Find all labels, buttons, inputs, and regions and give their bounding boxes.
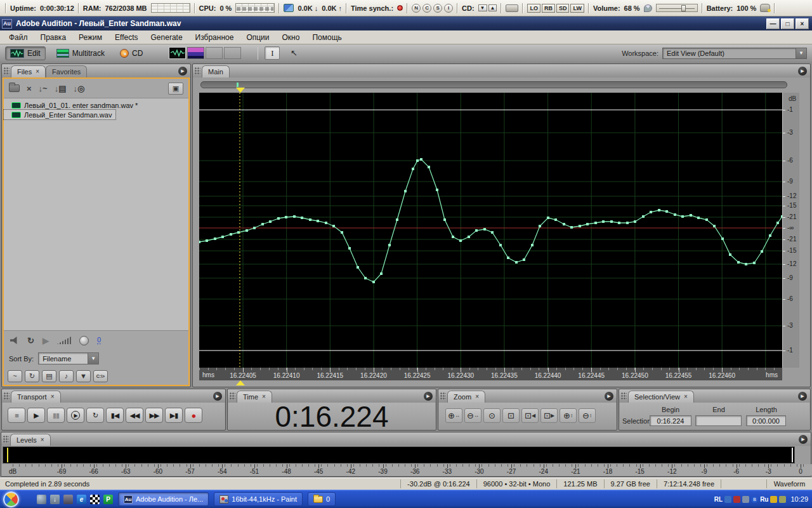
- spectral-pan-display-button[interactable]: [206, 47, 223, 59]
- tray-language-ru[interactable]: Ru: [760, 496, 768, 503]
- menu-item[interactable]: Правка: [34, 32, 73, 43]
- zoom-out-horizontally-button[interactable]: ⊖↔: [464, 408, 481, 423]
- tab-transport[interactable]: Transport ×: [11, 391, 61, 403]
- quicklaunch-device-icon[interactable]: [63, 495, 73, 504]
- advanced-options-toggle[interactable]: ▣: [168, 83, 183, 95]
- panel-grip[interactable]: [230, 392, 235, 400]
- panel-grip[interactable]: [4, 392, 10, 400]
- tab-files[interactable]: Files ×: [11, 65, 46, 77]
- panel-grip[interactable]: [195, 67, 200, 75]
- panel-menu-button[interactable]: ▶: [178, 67, 187, 76]
- zoom-in-right-edge-button[interactable]: ⊡▶: [540, 408, 558, 423]
- tray-antivirus-icon[interactable]: [733, 496, 740, 503]
- spectral-display-button[interactable]: [187, 47, 204, 59]
- multitrack-view-button[interactable]: Multitrack: [52, 46, 109, 60]
- show-midi-toggle[interactable]: ♪: [59, 370, 74, 382]
- panel-menu-button[interactable]: ▶: [213, 392, 222, 401]
- tab-main[interactable]: Main: [202, 65, 230, 77]
- playhead-marker-top[interactable]: [236, 88, 245, 93]
- playhead-marker-bottom[interactable]: [236, 380, 245, 385]
- zoom-in-left-edge-button[interactable]: ⊡◀: [521, 408, 539, 423]
- tray-network-icon[interactable]: [724, 496, 731, 503]
- record-button[interactable]: ●: [185, 408, 202, 423]
- volume-slider-thumb[interactable]: [681, 5, 686, 11]
- sync-button[interactable]: I: [444, 4, 453, 13]
- close-tab-icon[interactable]: ×: [475, 394, 479, 400]
- quicklaunch-screen-icon[interactable]: [90, 495, 100, 504]
- minimize-button[interactable]: —: [766, 18, 780, 29]
- panel-grip[interactable]: [3, 436, 9, 443]
- sync-button[interactable]: S: [433, 4, 442, 13]
- loop-play-button[interactable]: ↻: [86, 408, 104, 423]
- workspace-dropdown[interactable]: Edit View (Default) ▼: [662, 48, 807, 59]
- timeline-ruler[interactable]: hms hms 16.2240516.2241016.2241516.22420…: [199, 368, 782, 380]
- preview-volume-knob[interactable]: [79, 336, 89, 345]
- stop-button[interactable]: ■: [8, 408, 25, 423]
- tab-levels[interactable]: Levels ×: [10, 434, 51, 446]
- auto-play-icon[interactable]: [10, 337, 19, 344]
- range-bar[interactable]: [200, 81, 787, 88]
- tab-zoom[interactable]: Zoom ×: [447, 391, 485, 403]
- menu-item[interactable]: Режим: [72, 32, 108, 43]
- go-to-end-button[interactable]: ▶▮: [165, 408, 183, 423]
- selection-end-field[interactable]: [695, 415, 742, 426]
- menu-item[interactable]: Опции: [240, 32, 275, 43]
- close-tab-icon[interactable]: ×: [684, 394, 688, 400]
- cd-close-button[interactable]: ▼: [478, 4, 487, 11]
- zoom-in-vertically-button[interactable]: ⊕↕: [560, 408, 577, 423]
- tray-volume-icon[interactable]: [770, 496, 777, 503]
- loop-preview-icon[interactable]: ↻: [27, 337, 34, 345]
- tab-time[interactable]: Time ×: [237, 391, 272, 403]
- menu-item[interactable]: Generate: [145, 32, 189, 43]
- drive-button[interactable]: RB: [542, 4, 555, 13]
- menu-item[interactable]: Окно: [276, 32, 306, 43]
- taskbar-clock[interactable]: 10:29: [790, 495, 808, 503]
- insert-into-multitrack-icon[interactable]: ↓~: [39, 84, 48, 93]
- taskbar-item-audition[interactable]: Au Adobe Audition - Ле...: [118, 492, 209, 506]
- Левый_01_01. enter sandman.wav *[interactable]: Левый_01_01. enter sandman.wav *: [4, 100, 141, 110]
- tray-language-rl[interactable]: RL: [714, 496, 723, 503]
- close-tab-icon[interactable]: ×: [36, 69, 39, 75]
- volume-slider[interactable]: [656, 4, 698, 12]
- zoom-out-vertically-button[interactable]: ⊖↕: [579, 408, 596, 423]
- show-audio-toggle[interactable]: ~: [8, 370, 22, 382]
- menu-item[interactable]: Помощь: [306, 32, 348, 43]
- play-from-cursor-button[interactable]: ▶: [67, 408, 84, 423]
- show-loop-toggle[interactable]: ↻: [25, 370, 39, 382]
- edit-view-button[interactable]: Edit: [5, 46, 46, 60]
- quicklaunch-program-icon[interactable]: P: [103, 495, 113, 504]
- current-time-display[interactable]: 0:16.224: [228, 403, 435, 431]
- drive-button[interactable]: LO: [527, 4, 540, 13]
- zoom-in-horizontally-button[interactable]: ⊕↔: [445, 408, 462, 423]
- preview-volume-value[interactable]: 0: [97, 337, 101, 344]
- import-file-icon[interactable]: [9, 84, 20, 92]
- taskbar-item-paint[interactable]: 16bit-44,1kHz - Paint: [214, 492, 303, 506]
- menu-item[interactable]: Избранное: [189, 32, 240, 43]
- tray-mouse-icon[interactable]: [779, 496, 786, 503]
- chevron-down-icon[interactable]: ▼: [88, 353, 98, 364]
- quicklaunch-ie-icon[interactable]: e: [77, 495, 86, 504]
- taskbar-item-folder[interactable]: 0: [308, 492, 336, 506]
- level-meter[interactable]: [3, 446, 795, 464]
- sync-button[interactable]: N: [412, 4, 421, 13]
- time-selection-tool-button[interactable]: I: [265, 46, 280, 60]
- spectral-phase-display-button[interactable]: [224, 47, 241, 59]
- quicklaunch-download-icon[interactable]: ↓: [50, 495, 60, 504]
- menu-item[interactable]: Файл: [3, 32, 34, 43]
- tray-monitor-icon[interactable]: [742, 496, 749, 503]
- start-button[interactable]: [3, 491, 19, 507]
- sort-by-dropdown[interactable]: Filename ▼: [38, 352, 99, 364]
- cd-eject-button[interactable]: ▲: [488, 4, 497, 11]
- window-titlebar[interactable]: Au Adobe Audition - Левый_Enter Sandman.…: [0, 17, 812, 30]
- range-viewport-indicator[interactable]: [237, 83, 239, 87]
- amplitude-ruler[interactable]: dB -1-3-6-9-12-15-21-∞-21-15-12-9-6-3-1: [782, 93, 799, 368]
- close-tab-icon[interactable]: ×: [41, 437, 44, 443]
- close-button[interactable]: ×: [796, 18, 809, 29]
- tab-selection-view[interactable]: Selection/View ×: [628, 391, 694, 403]
- insert-into-cd-icon[interactable]: ↓◎: [73, 84, 84, 93]
- zoom-to-selection-button[interactable]: ⊡: [502, 408, 520, 423]
- drive-button[interactable]: SD: [556, 4, 570, 13]
- close-tab-icon[interactable]: ×: [51, 394, 55, 400]
- panel-menu-button[interactable]: ▶: [798, 67, 807, 76]
- selection-begin-field[interactable]: 0:16.224: [650, 415, 691, 426]
